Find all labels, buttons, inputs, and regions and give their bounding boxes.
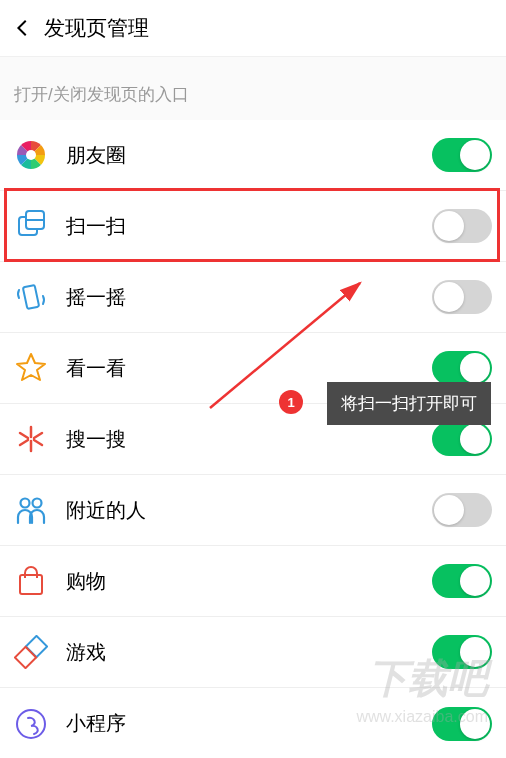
moments-icon bbox=[14, 138, 48, 172]
svg-line-11 bbox=[34, 433, 42, 438]
scan-icon bbox=[14, 209, 48, 243]
svg-point-0 bbox=[26, 150, 36, 160]
toggle-shop[interactable] bbox=[432, 564, 492, 598]
svg-line-10 bbox=[20, 440, 28, 445]
page-title: 发现页管理 bbox=[44, 14, 149, 42]
svg-point-12 bbox=[21, 499, 30, 508]
toggle-scan[interactable] bbox=[432, 209, 492, 243]
back-icon[interactable] bbox=[12, 17, 34, 39]
item-label: 看一看 bbox=[66, 355, 432, 382]
item-label: 小程序 bbox=[66, 710, 432, 737]
svg-rect-14 bbox=[20, 575, 42, 594]
search-icon bbox=[14, 422, 48, 456]
toggle-moments[interactable] bbox=[432, 138, 492, 172]
item-miniprogram: 小程序 bbox=[0, 688, 506, 758]
item-moments: 朋友圈 bbox=[0, 120, 506, 191]
toggle-shake[interactable] bbox=[432, 280, 492, 314]
item-label: 扫一扫 bbox=[66, 213, 432, 240]
toggle-nearby[interactable] bbox=[432, 493, 492, 527]
item-label: 朋友圈 bbox=[66, 142, 432, 169]
item-shake: 摇一摇 bbox=[0, 262, 506, 333]
item-label: 游戏 bbox=[66, 639, 432, 666]
svg-marker-5 bbox=[17, 354, 45, 380]
item-nearby: 附近的人 bbox=[0, 475, 506, 546]
svg-rect-15 bbox=[26, 636, 47, 657]
toggle-game[interactable] bbox=[432, 635, 492, 669]
look-icon bbox=[14, 351, 48, 385]
item-shop: 购物 bbox=[0, 546, 506, 617]
item-label: 购物 bbox=[66, 568, 432, 595]
annotation-badge: 1 bbox=[279, 390, 303, 414]
svg-point-17 bbox=[17, 710, 45, 738]
svg-rect-4 bbox=[23, 285, 39, 309]
svg-line-8 bbox=[20, 433, 28, 438]
toggle-search[interactable] bbox=[432, 422, 492, 456]
shop-icon bbox=[14, 564, 48, 598]
section-label: 打开/关闭发现页的入口 bbox=[0, 57, 506, 120]
nearby-icon bbox=[14, 493, 48, 527]
svg-rect-16 bbox=[15, 647, 36, 668]
shake-icon bbox=[14, 280, 48, 314]
item-game: 游戏 bbox=[0, 617, 506, 688]
toggle-look[interactable] bbox=[432, 351, 492, 385]
item-label: 搜一搜 bbox=[66, 426, 432, 453]
game-icon bbox=[14, 635, 48, 669]
svg-point-13 bbox=[33, 499, 42, 508]
header: 发现页管理 bbox=[0, 0, 506, 57]
item-label: 附近的人 bbox=[66, 497, 432, 524]
settings-list: 朋友圈 扫一扫 摇一摇 bbox=[0, 120, 506, 758]
annotation-tooltip: 将扫一扫打开即可 bbox=[327, 382, 491, 425]
svg-line-9 bbox=[34, 440, 42, 445]
miniprogram-icon bbox=[14, 707, 48, 741]
toggle-miniprogram[interactable] bbox=[432, 707, 492, 741]
item-scan: 扫一扫 bbox=[0, 191, 506, 262]
item-label: 摇一摇 bbox=[66, 284, 432, 311]
